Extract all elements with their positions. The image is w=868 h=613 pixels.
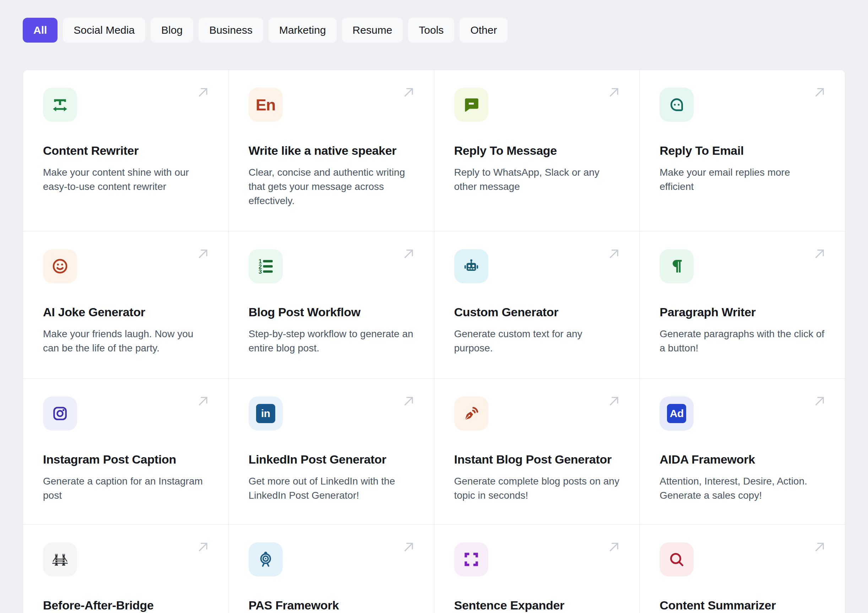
open-card-button[interactable] (607, 540, 622, 554)
open-card-button[interactable] (401, 246, 416, 261)
card-instant-blog-post-generator[interactable]: Instant Blog Post Generator Generate com… (434, 379, 640, 524)
chat-bubble-icon (454, 88, 488, 122)
card-title: Instagram Post Caption (43, 452, 209, 466)
card-description: Make your friends laugh. Now you can be … (43, 327, 209, 355)
open-card-button[interactable] (196, 246, 211, 261)
arrow-up-right-icon (607, 246, 622, 261)
pilcrow-icon (660, 249, 694, 283)
card-content-summarizer[interactable]: Content Summarizer (640, 525, 845, 613)
arrow-up-right-icon (812, 246, 827, 261)
card-title: Blog Post Workflow (249, 305, 415, 319)
magnifier-icon (660, 542, 694, 576)
cards-grid: Content Rewriter Make your content shine… (23, 70, 845, 613)
filter-pill-business[interactable]: Business (198, 18, 263, 43)
card-title: Paragraph Writer (660, 305, 826, 319)
card-title: LinkedIn Post Generator (249, 452, 415, 466)
filter-pill-all[interactable]: All (23, 18, 57, 43)
card-reply-to-message[interactable]: Reply To Message Reply to WhatsApp, Slac… (434, 70, 640, 231)
templates-page: { "page": { "background_color": "#eef0f3… (0, 0, 868, 613)
card-description: Step-by-step workflow to generate an ent… (249, 327, 415, 355)
open-card-button[interactable] (812, 246, 827, 261)
card-description: Generate a caption for an Instagram post (43, 474, 209, 503)
open-card-button[interactable] (401, 540, 416, 554)
instagram-icon (43, 396, 77, 430)
filter-pill-blog[interactable]: Blog (150, 18, 193, 43)
card-title: Content Rewriter (43, 144, 209, 158)
english-letters-icon: En (249, 88, 283, 122)
ad-badge-icon: Ad (660, 396, 694, 430)
filter-pill-tools[interactable]: Tools (408, 18, 454, 43)
filter-pill-marketing[interactable]: Marketing (268, 18, 337, 43)
card-description: Get more out of LinkedIn with the Linked… (249, 474, 415, 503)
linkedin-icon: in (249, 396, 283, 430)
card-blog-post-workflow[interactable]: 123 Blog Post Workflow Step-by-step work… (229, 231, 434, 378)
arrow-up-right-icon (607, 540, 622, 554)
open-card-button[interactable] (812, 394, 827, 409)
arrow-up-right-icon (401, 85, 416, 100)
card-description: Generate custom text for any purpose. (454, 327, 620, 355)
text-width-icon (43, 88, 77, 122)
arrow-up-right-icon (401, 394, 416, 409)
smiley-icon (43, 249, 77, 283)
filter-bar: AllSocial MediaBlogBusinessMarketingResu… (0, 0, 868, 43)
card-sentence-expander[interactable]: Sentence Expander (434, 525, 640, 613)
arrow-up-right-icon (196, 85, 211, 100)
filter-pill-other[interactable]: Other (460, 18, 507, 43)
card-reply-to-email[interactable]: Reply To Email Make your email replies m… (640, 70, 845, 231)
card-custom-generator[interactable]: Custom Generator Generate custom text fo… (434, 231, 640, 378)
card-ai-joke-generator[interactable]: AI Joke Generator Make your friends laug… (23, 231, 228, 378)
open-card-button[interactable] (196, 540, 211, 554)
open-card-button[interactable] (607, 394, 622, 409)
arrow-up-right-icon (401, 540, 416, 554)
open-card-button[interactable] (812, 540, 827, 554)
card-before-after-bridge[interactable]: Before-After-Bridge (23, 525, 228, 613)
filter-pill-social-media[interactable]: Social Media (63, 18, 145, 43)
open-card-button[interactable] (607, 85, 622, 100)
arrow-up-right-icon (812, 394, 827, 409)
open-card-button[interactable] (401, 394, 416, 409)
card-title: PAS Framework (249, 598, 415, 612)
open-card-button[interactable] (812, 85, 827, 100)
card-title: AIDA Framework (660, 452, 826, 466)
card-title: Custom Generator (454, 305, 620, 319)
robot-icon (454, 249, 488, 283)
arrow-up-right-icon (812, 540, 827, 554)
card-description: Generate complete blog posts on any topi… (454, 474, 620, 503)
card-title: Content Summarizer (660, 598, 826, 612)
arrow-up-right-icon (401, 246, 416, 261)
arrow-up-right-icon (196, 540, 211, 554)
card-description: Make your content shine with our easy-to… (43, 166, 209, 194)
card-description: Attention, Interest, Desire, Action. Gen… (660, 474, 826, 503)
card-title: Before-After-Bridge (43, 598, 209, 612)
card-instagram-post-caption[interactable]: Instagram Post Caption Generate a captio… (23, 379, 228, 524)
arrow-up-right-icon (607, 394, 622, 409)
card-title: AI Joke Generator (43, 305, 209, 319)
numbered-list-icon: 123 (249, 249, 283, 283)
card-title: Reply To Email (660, 144, 826, 158)
card-description: Reply to WhatsApp, Slack or any other me… (454, 166, 620, 194)
open-card-button[interactable] (607, 246, 622, 261)
card-title: Reply To Message (454, 144, 620, 158)
card-title: Instant Blog Post Generator (454, 452, 620, 466)
card-title: Sentence Expander (454, 598, 620, 612)
svg-text:3: 3 (259, 268, 262, 275)
pen-rss-icon (454, 396, 488, 430)
open-card-button[interactable] (401, 85, 416, 100)
card-linkedin-post-generator[interactable]: in LinkedIn Post Generator Get more out … (229, 379, 434, 524)
card-content-rewriter[interactable]: Content Rewriter Make your content shine… (23, 70, 228, 231)
card-write-like-a-native-speaker[interactable]: En Write like a native speaker Clear, co… (229, 70, 434, 231)
open-card-button[interactable] (196, 394, 211, 409)
card-title: Write like a native speaker (249, 144, 415, 158)
card-paragraph-writer[interactable]: Paragraph Writer Generate paragraphs wit… (640, 231, 845, 378)
cards-grid-container: Content Rewriter Make your content shine… (23, 70, 845, 613)
open-card-button[interactable] (196, 85, 211, 100)
card-description: Generate paragraphs with the click of a … (660, 327, 826, 355)
arrow-up-right-icon (196, 394, 211, 409)
arrow-up-right-icon (812, 85, 827, 100)
card-description: Make your email replies more efficient (660, 166, 826, 194)
arrow-up-right-icon (607, 85, 622, 100)
card-pas-framework[interactable]: PAS Framework (229, 525, 434, 613)
arrow-up-right-icon (196, 246, 211, 261)
filter-pill-resume[interactable]: Resume (342, 18, 403, 43)
card-aida-framework[interactable]: Ad AIDA Framework Attention, Interest, D… (640, 379, 845, 524)
